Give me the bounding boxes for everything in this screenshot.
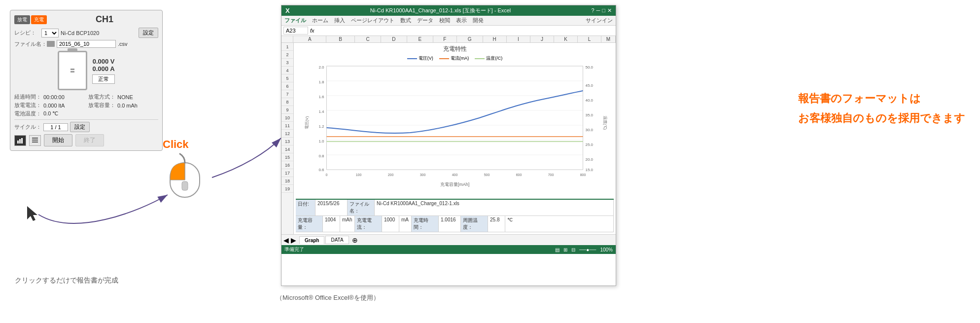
row-16: 16 (281, 161, 293, 169)
excel-logo: X (285, 7, 290, 14)
cycle-input[interactable] (43, 123, 68, 131)
sheet-nav-left[interactable]: ◀ (283, 236, 289, 244)
corner-cell (281, 36, 293, 42)
action-row: 開始 終了 (14, 134, 158, 146)
signin-button[interactable]: サインイン (586, 17, 613, 24)
zoom-slider[interactable]: ──●── (579, 247, 596, 252)
svg-rect-6 (32, 138, 38, 139)
statusbar-ready: 準備完了 (284, 246, 304, 253)
excel-statusbar: 準備完了 ▤ ⊞ ⊟ ──●── 100% (281, 245, 616, 254)
zoom-level: 100% (600, 247, 613, 252)
row-1: 1 (281, 43, 293, 51)
svg-text:400: 400 (452, 173, 458, 177)
stop-button[interactable]: 終了 (75, 134, 104, 146)
channel-title: CH1 (51, 14, 158, 25)
charge-button[interactable]: 充電 (31, 15, 47, 24)
sheet-tab-graph[interactable]: Graph (299, 236, 324, 244)
svg-text:電圧(V): 電圧(V) (305, 116, 309, 129)
col-e: E (407, 36, 433, 42)
current-display: 0.000 A (92, 65, 114, 72)
file-icon (47, 41, 55, 47)
row-10: 10 (281, 114, 293, 122)
discharge-button[interactable]: 放電 (14, 15, 30, 24)
ribbon-developer[interactable]: 開発 (473, 17, 484, 24)
data-row-2: 充電容量： 1004 mAh 充電電流： 1000 mA 充電時間： 1.001… (296, 216, 614, 232)
legend-current-label: 電流(mA) (451, 55, 469, 62)
svg-rect-7 (32, 140, 38, 141)
add-sheet-button[interactable]: ⊕ (352, 236, 358, 244)
charge-capacity-label: 充電容量： (296, 216, 323, 232)
setting-button[interactable]: 設定 (139, 28, 158, 38)
file-name-input[interactable] (57, 40, 116, 48)
formula-fx-icon: fx (310, 28, 315, 34)
cell-reference[interactable] (283, 27, 308, 35)
ribbon-data[interactable]: データ (417, 17, 433, 24)
help-button[interactable]: ? (591, 7, 594, 14)
minimize-button[interactable]: ─ (596, 7, 600, 14)
data-table: 日付: 2015/5/26 ファイル名： Ni-Cd KR1000AA1_Cha… (296, 199, 614, 232)
col-l: L (578, 36, 601, 42)
charge-capacity-value: 1004 (323, 216, 340, 232)
window-controls: ? ─ □ ✕ (591, 7, 612, 14)
svg-text:1.8: 1.8 (318, 80, 324, 84)
cycle-setting-button[interactable]: 設定 (70, 122, 90, 132)
separator (14, 119, 158, 120)
temperature-label: 電池温度： (14, 110, 41, 117)
row-15: 15 (281, 153, 293, 161)
elapsed-time-value: 00:00:00 (43, 94, 65, 100)
cycle-label: サイクル： (14, 123, 41, 131)
col-i: I (507, 36, 530, 42)
charge-current-unit: mA (399, 216, 412, 232)
excel-caption: （Microsoft® Office Excel®を使用） (276, 293, 380, 302)
charge-current-value: 1000 (382, 216, 399, 232)
ribbon-pagelayout[interactable]: ページレイアウト (351, 17, 394, 24)
sheet-tab-data[interactable]: DATA (325, 236, 349, 244)
ribbon-review[interactable]: 校閲 (439, 17, 450, 24)
sheet-nav-right[interactable]: ▶ (291, 236, 296, 244)
svg-text:20.0: 20.0 (586, 157, 594, 162)
ribbon-file[interactable]: ファイル (284, 17, 306, 24)
svg-rect-4 (19, 139, 21, 144)
svg-rect-12 (327, 66, 583, 170)
close-button[interactable]: ✕ (607, 7, 612, 14)
svg-rect-11 (182, 181, 188, 190)
legend-voltage: 電圧(V) (407, 55, 433, 62)
svg-text:15.0: 15.0 (586, 168, 594, 172)
col-b: B (326, 36, 355, 42)
view-pagebreak-icon[interactable]: ⊟ (571, 247, 575, 252)
maximize-button[interactable]: □ (602, 7, 605, 14)
legend-voltage-label: 電圧(V) (419, 55, 433, 62)
chart-svg: 2.0 1.8 1.6 1.4 1.2 1.0 0.8 0.6 50.0 45.… (296, 64, 614, 197)
ribbon-insert[interactable]: 挿入 (334, 17, 345, 24)
file-extension: .csv (118, 41, 128, 47)
ribbon-formulas[interactable]: 数式 (400, 17, 411, 24)
row-6: 6 (281, 82, 293, 90)
svg-text:50.0: 50.0 (586, 65, 594, 70)
info-grid: 経過時間： 00:00:00 放電方式： NONE 放電電流： 0.000 lt… (14, 93, 158, 117)
view-normal-icon[interactable]: ▤ (555, 247, 560, 252)
date-value: 2015/5/26 (315, 200, 348, 215)
ambient-temp-value: 25.8 (488, 216, 505, 232)
excel-content: 1 2 3 4 5 6 7 8 9 10 11 12 13 14 15 16 1… (281, 43, 616, 234)
formula-input[interactable] (316, 28, 614, 34)
graph-icon-button[interactable] (14, 135, 26, 146)
svg-text:温度(℃): 温度(℃) (603, 116, 607, 130)
ribbon-home[interactable]: ホーム (312, 17, 328, 24)
ribbon-view[interactable]: 表示 (456, 17, 467, 24)
svg-text:100: 100 (356, 173, 362, 177)
svg-text:700: 700 (548, 173, 554, 177)
discharge-current-label: 放電電流： (14, 102, 41, 109)
svg-text:2.0: 2.0 (318, 65, 324, 70)
legend-temp-line (475, 58, 485, 59)
start-button[interactable]: 開始 (44, 134, 72, 146)
svg-marker-2 (27, 206, 37, 221)
view-page-icon[interactable]: ⊞ (563, 247, 567, 252)
ambient-temp-label: 周囲温度： (461, 216, 488, 232)
row-19: 19 (281, 185, 293, 193)
battery-terminal-1 (70, 69, 74, 70)
col-h: H (483, 36, 507, 42)
table-icon-button[interactable] (29, 135, 41, 146)
recipe-select[interactable]: 1 (41, 29, 59, 37)
legend-voltage-line (407, 58, 417, 59)
discharge-capacity-label: 放電容量： (88, 102, 115, 109)
